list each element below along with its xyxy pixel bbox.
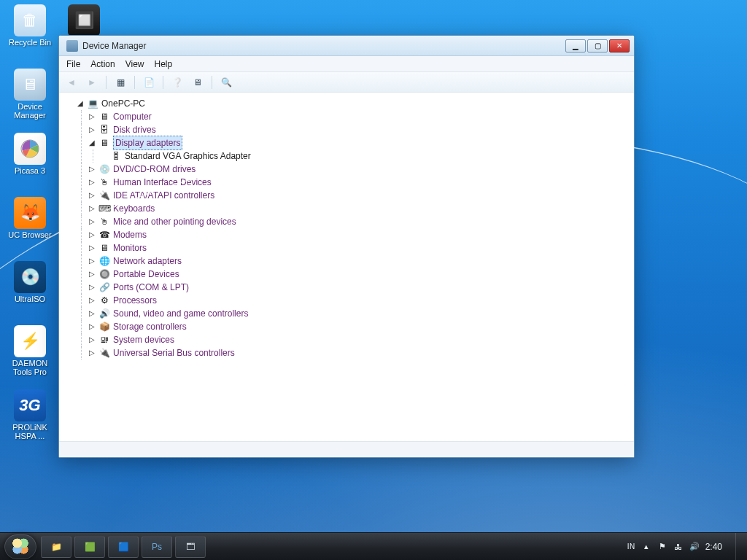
- tree-node-label: Computer: [113, 110, 152, 123]
- tree-node[interactable]: ▷Computer: [88, 110, 628, 123]
- ultraiso-icon: 💿: [14, 261, 46, 293]
- expand-icon[interactable]: ▷: [88, 333, 96, 346]
- expand-icon[interactable]: ▷: [88, 320, 96, 333]
- tree-node[interactable]: ▷System devices: [88, 333, 628, 346]
- expand-icon[interactable]: ▷: [88, 254, 96, 268]
- device-category-icon: [98, 347, 110, 359]
- tray-chevron-icon[interactable]: ▴: [641, 542, 651, 552]
- desktop-icon-label: Device Manager: [4, 102, 55, 120]
- show-hide-console-button[interactable]: ▦: [112, 74, 128, 90]
- show-desktop-button[interactable]: [735, 533, 743, 561]
- expand-icon[interactable]: ▷: [88, 294, 96, 307]
- expand-icon[interactable]: ▷: [88, 189, 96, 202]
- menu-help[interactable]: Help: [155, 59, 173, 69]
- expand-icon[interactable]: ▷: [88, 215, 96, 228]
- device-category-icon: [98, 176, 110, 188]
- expand-icon[interactable]: ▷: [88, 281, 96, 294]
- tree-pane[interactable]: ◢ OnePC-PC ▷Computer▷Disk drives◢Display…: [59, 93, 634, 441]
- taskbar-item-explorer[interactable]: 📁: [41, 536, 71, 558]
- tree-node-label: Ports (COM & LPT): [113, 281, 189, 294]
- desktop-icon-picasa[interactable]: Picasa 3: [4, 133, 55, 191]
- device-category-icon: [98, 295, 110, 306]
- collapse-icon[interactable]: ◢: [88, 136, 96, 149]
- device-category-icon: [98, 308, 110, 319]
- tree-node[interactable]: ▷Universal Serial Bus controllers: [88, 346, 628, 359]
- taskbar-item-app2[interactable]: 🟦: [108, 536, 139, 558]
- expand-icon[interactable]: ▷: [88, 110, 96, 123]
- desktop-icon-uc-browser[interactable]: 🦊 UC Browser: [4, 197, 55, 255]
- language-indicator[interactable]: IN: [627, 542, 635, 551]
- device-category-icon: [98, 111, 110, 122]
- tree-node[interactable]: ▷Keyboards: [88, 202, 628, 215]
- taskbar-clock[interactable]: 2:40: [705, 542, 722, 552]
- tree-leaf[interactable]: Standard VGA Graphics Adapter: [100, 149, 628, 163]
- tree-node[interactable]: ▷Portable Devices: [88, 268, 628, 281]
- tree-node[interactable]: ▷Mice and other pointing devices: [88, 215, 628, 228]
- tree-node[interactable]: ▷Ports (COM & LPT): [88, 281, 628, 294]
- tree-root[interactable]: ◢ OnePC-PC: [77, 97, 628, 110]
- device-category-icon: [98, 268, 110, 280]
- device-category-icon: [98, 255, 110, 267]
- expand-icon[interactable]: ▷: [88, 241, 96, 254]
- desktop: 🗑 Recycle Bin 🔲 🖥 Device Manager Picasa …: [0, 0, 747, 560]
- tree-node[interactable]: ▷Processors: [88, 294, 628, 307]
- tray-network-icon[interactable]: 🖧: [673, 542, 684, 552]
- tree-node[interactable]: ▷Monitors: [88, 241, 628, 254]
- expand-icon[interactable]: ▷: [88, 228, 96, 241]
- expand-icon[interactable]: ▷: [88, 202, 96, 215]
- tree-node[interactable]: ▷IDE ATA/ATAPI controllers: [88, 189, 628, 202]
- menu-action[interactable]: Action: [90, 59, 115, 69]
- tray-volume-icon[interactable]: 🔊: [689, 542, 700, 552]
- scan-hardware-button[interactable]: 🖥: [190, 74, 206, 90]
- desktop-icon-ultraiso[interactable]: 💿 UltraISO: [4, 261, 55, 319]
- help-button[interactable]: ❔: [169, 74, 185, 90]
- desktop-icon-label: DAEMON Tools Pro: [4, 359, 55, 376]
- picasa-icon: [14, 133, 46, 165]
- desktop-icon-recycle-bin[interactable]: 🗑 Recycle Bin: [4, 4, 55, 63]
- taskbar-item-app1[interactable]: 🟩: [74, 536, 105, 558]
- expand-icon[interactable]: ▷: [88, 268, 96, 281]
- menu-view[interactable]: View: [125, 59, 144, 69]
- tree-node[interactable]: ▷Modems: [88, 228, 628, 241]
- device-category-icon: [98, 229, 110, 241]
- taskbar-item-app3[interactable]: 🗔: [175, 536, 206, 558]
- chip-icon: 🔲: [68, 4, 100, 36]
- tree-node-label: Universal Serial Bus controllers: [113, 346, 235, 359]
- close-button[interactable]: ✕: [609, 39, 630, 52]
- properties-button[interactable]: 📄: [141, 74, 157, 90]
- tray-action-center-icon[interactable]: ⚑: [657, 542, 667, 552]
- expand-icon[interactable]: ▷: [88, 163, 96, 176]
- taskbar-item-photoshop[interactable]: Ps: [142, 536, 172, 558]
- separator: [106, 76, 107, 89]
- tree-node[interactable]: ▷Storage controllers: [88, 320, 628, 333]
- device-manager-window: Device Manager ▁ ▢ ✕ File Action View He…: [58, 35, 635, 458]
- tree-node[interactable]: ▷DVD/CD-ROM drives: [88, 163, 628, 176]
- tree-node-label: Processors: [113, 294, 157, 307]
- titlebar[interactable]: Device Manager ▁ ▢ ✕: [59, 36, 634, 56]
- expand-icon[interactable]: ▷: [88, 307, 96, 320]
- device-category-icon: [98, 281, 110, 293]
- menu-file[interactable]: File: [66, 59, 80, 69]
- expand-icon[interactable]: ▷: [88, 176, 96, 189]
- desktop-icon-device-manager[interactable]: 🖥 Device Manager: [4, 69, 55, 127]
- expand-icon[interactable]: ▷: [88, 346, 96, 359]
- start-button[interactable]: [4, 534, 36, 559]
- device-category-icon: [98, 321, 110, 332]
- minimize-button[interactable]: ▁: [565, 39, 586, 52]
- expand-icon[interactable]: ◢: [77, 97, 84, 110]
- expand-icon[interactable]: ▷: [88, 123, 96, 136]
- tree-node[interactable]: ◢Display adapters: [88, 136, 628, 149]
- desktop-icon-daemon[interactable]: ⚡ DAEMON Tools Pro: [4, 325, 55, 384]
- maximize-button[interactable]: ▢: [587, 39, 608, 52]
- desktop-icons: 🗑 Recycle Bin 🔲 🖥 Device Manager Picasa …: [4, 4, 55, 454]
- tree-node[interactable]: ▷Network adapters: [88, 254, 628, 268]
- toolbar: ◄ ► ▦ 📄 ❔ 🖥 🔍: [59, 72, 634, 93]
- daemon-icon: ⚡: [14, 325, 46, 357]
- update-driver-button[interactable]: 🔍: [218, 74, 234, 90]
- tree-node[interactable]: ▷Human Interface Devices: [88, 176, 628, 189]
- device-manager-icon: 🖥: [14, 69, 46, 101]
- tree-node[interactable]: ▷Disk drives: [88, 123, 628, 136]
- desktop-icon-prolink[interactable]: 3G PROLiNK HSPA ...: [4, 389, 55, 448]
- separator: [212, 76, 212, 89]
- tree-node[interactable]: ▷Sound, video and game controllers: [88, 307, 628, 320]
